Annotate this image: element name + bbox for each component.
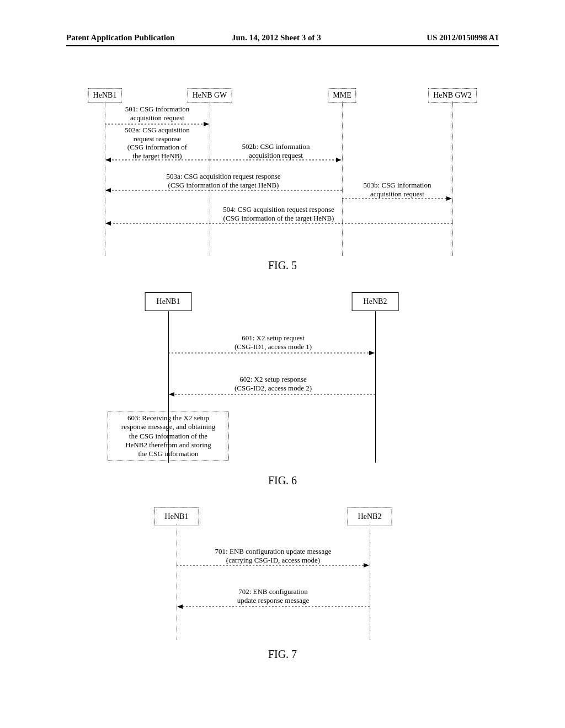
fig6-proc-603: 603: Receiving the X2 setup response mes… — [108, 411, 229, 461]
text: HeNB2 therefrom and storing — [125, 441, 211, 449]
text: request response — [125, 135, 190, 143]
fig5-msg-502a: 502a: CSG acquisition request response (… — [125, 126, 190, 160]
text: 504: CSG acquisition request response — [223, 205, 334, 213]
fig5-lifeline-c — [342, 101, 343, 256]
fig5-node-henb1: HeNB1 — [88, 88, 122, 103]
text: 601: X2 setup request — [242, 334, 305, 342]
text: the CSG information — [138, 449, 198, 458]
text: 503a: CSG acquisition request response — [166, 172, 280, 180]
text: response message, and obtaining — [121, 422, 215, 431]
text: (CSG-ID1, access mode 1) — [234, 342, 312, 351]
fig5-msg-501: 501: CSG information acquisition request — [125, 105, 189, 122]
fig5-msg-502b: 502b: CSG information acquisition reques… — [242, 142, 310, 159]
header-left: Patent Application Publication — [66, 33, 175, 42]
fig5-msg-504: 504: CSG acquisition request response (C… — [223, 205, 334, 222]
text: (carrying CSG-ID, access mode) — [215, 556, 332, 565]
text: 702: ENB configuration — [238, 587, 308, 596]
fig7-node-henb1: HeNB1 — [154, 507, 199, 526]
text: update response message — [237, 596, 310, 605]
text: 501: CSG information — [125, 105, 189, 113]
fig5-msg-503b: 503b: CSG information acquisition reques… — [364, 181, 431, 198]
fig5-arrows — [0, 88, 565, 276]
fig5-node-henbgw: HeNB GW — [188, 88, 232, 103]
fig5-lifeline-d — [452, 101, 453, 256]
fig5-diagram: HeNB1 HeNB GW MME HeNB GW2 501: CSG info… — [0, 88, 565, 276]
text: 603: Receiving the X2 setup — [127, 414, 209, 422]
text: acquisition request — [242, 151, 310, 160]
fig6-msg-602: 602: X2 setup response (CSG-ID2, access … — [234, 375, 312, 392]
text: acquisition request — [125, 114, 189, 122]
fig7-label: FIG. 7 — [268, 648, 297, 661]
text: (CSG-ID2, access mode 2) — [234, 384, 312, 393]
fig5-node-henbgw2: HeNB GW2 — [428, 88, 477, 103]
fig7-lifeline-b — [370, 524, 370, 640]
text: the CSG information of the — [129, 432, 207, 440]
header-mid: Jun. 14, 2012 Sheet 3 of 3 — [232, 33, 321, 42]
fig6-node-henb1: HeNB1 — [145, 292, 192, 311]
fig6-diagram: HeNB1 HeNB2 601: X2 setup request (CSG-I… — [0, 292, 565, 496]
header-rule — [66, 45, 499, 46]
text: acquisition request — [364, 190, 431, 199]
text: (CSG information of the target HeNB) — [223, 214, 334, 223]
text: 602: X2 setup response — [239, 375, 307, 383]
fig6-node-henb2: HeNB2 — [352, 292, 399, 311]
fig6-arrows — [0, 292, 565, 496]
fig6-lifeline-b — [375, 311, 376, 463]
fig5-node-mme: MME — [328, 88, 356, 103]
fig7-lifeline-a — [177, 524, 177, 640]
text: 502b: CSG information — [242, 142, 310, 151]
fig5-lifeline-a — [105, 101, 105, 256]
text: 701: ENB configuration update message — [215, 547, 332, 555]
fig7-msg-701: 701: ENB configuration update message (c… — [215, 547, 332, 564]
header-right: US 2012/0150998 A1 — [427, 33, 499, 42]
text: 503b: CSG information — [364, 181, 431, 189]
fig7-diagram: HeNB1 HeNB2 701: ENB configuration updat… — [0, 507, 565, 673]
text: (CSG information of — [125, 143, 190, 152]
fig5-msg-503a: 503a: CSG acquisition request response (… — [166, 172, 280, 189]
fig7-node-henb2: HeNB2 — [348, 507, 392, 526]
text: the target HeNB) — [125, 152, 190, 160]
fig5-label: FIG. 5 — [268, 259, 297, 272]
fig7-msg-702: 702: ENB configuration update response m… — [237, 587, 310, 604]
fig6-label: FIG. 6 — [268, 474, 297, 487]
text: (CSG information of the target HeNB) — [166, 181, 280, 190]
text: 502a: CSG acquisition — [125, 126, 190, 134]
fig6-msg-601: 601: X2 setup request (CSG-ID1, access m… — [234, 334, 312, 351]
